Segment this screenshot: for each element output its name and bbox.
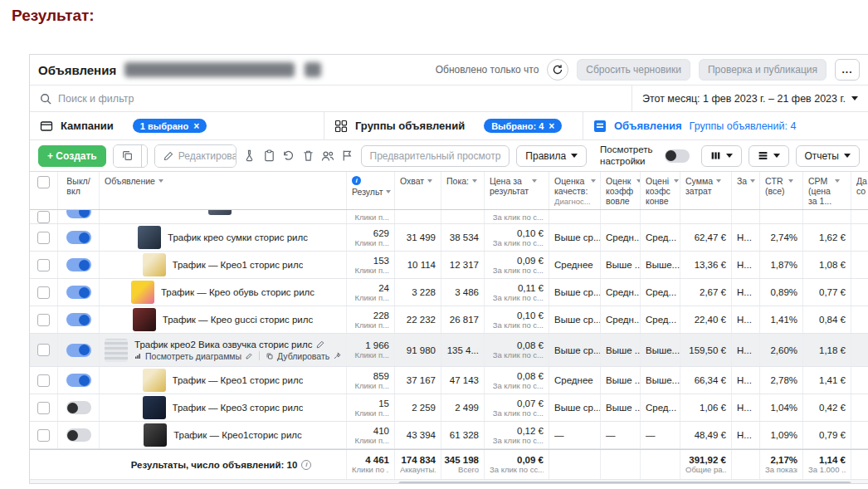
quality-cell: Среднее	[549, 367, 601, 394]
row-toggle[interactable]	[66, 258, 91, 271]
adsets-selected-badge[interactable]: Выбрано: 4 ×	[484, 119, 562, 133]
pencil-icon[interactable]	[246, 352, 252, 360]
table-row[interactable]: Трафик — Крео gucci сторис рилс 228Клики…	[30, 306, 868, 334]
header-last[interactable]: Да со	[851, 172, 868, 209]
badge-text: 1 выбрано	[140, 121, 188, 131]
header-quality-ranking[interactable]: Оценка качеств:Диагнос...	[549, 172, 601, 209]
header-engagement-ranking[interactable]: Оценк коэфф вовлеДиагн...	[601, 172, 641, 209]
ad-name: Трафик — Крео1 сторис рилс	[173, 260, 304, 270]
tab-ads-suffix: Группы объявлений: 4	[690, 120, 797, 132]
row-toggle-cell	[58, 224, 100, 251]
breakdown-icon	[758, 150, 768, 161]
delete-button[interactable]	[301, 146, 315, 166]
tab-adsets[interactable]: Группы объявлений Выбрано: 4 ×	[324, 112, 583, 139]
close-icon[interactable]: ×	[549, 121, 554, 131]
tab-campaigns[interactable]: Кампании 1 выбрано ×	[30, 112, 324, 139]
scrollbar-thumb[interactable]	[398, 482, 851, 483]
row-toggle[interactable]	[66, 401, 91, 414]
row-toggle[interactable]	[66, 210, 91, 218]
select-all-checkbox[interactable]	[37, 176, 50, 188]
last-cell	[851, 279, 868, 306]
duplicate-options-button[interactable]	[141, 145, 148, 167]
close-icon[interactable]: ×	[193, 121, 199, 131]
row-toggle[interactable]	[66, 231, 91, 244]
table-row[interactable]: Трафик крео сумки сторис рилс 629Клики п…	[30, 224, 868, 252]
edit-pencil-icon[interactable]	[316, 340, 324, 349]
header-cost-per-result[interactable]: Цена за результат	[485, 172, 549, 209]
row-toggle[interactable]	[66, 344, 91, 357]
row-checkbox[interactable]	[37, 314, 50, 326]
row-toggle[interactable]	[66, 286, 91, 299]
table-row[interactable]: Трафик — Крео1 сторис рилс 859Клики п...…	[30, 367, 868, 394]
header-amount-spent[interactable]: Сумма затрат	[680, 172, 732, 209]
undo-button[interactable]	[282, 146, 295, 166]
search-input[interactable]	[58, 93, 407, 105]
cpm-cell	[803, 210, 851, 223]
pin-icon[interactable]	[334, 351, 341, 360]
clipboard-button[interactable]	[262, 146, 276, 166]
row-checkbox[interactable]	[37, 286, 50, 299]
table-row[interactable]: Клики п... За клик по с...	[30, 210, 868, 224]
header-impressions[interactable]: Пока:	[441, 172, 485, 209]
table-row[interactable]: Трафик — Крео3 сторис рилс 15Клики п... …	[30, 394, 868, 422]
ad-name-cell: Трафик — Крео1сторис рилс	[100, 422, 347, 448]
row-checkbox[interactable]	[37, 259, 50, 271]
rules-button[interactable]: Правила	[516, 145, 587, 167]
row-checkbox[interactable]	[37, 211, 50, 223]
footer-result: 4 461Клики по ...	[347, 450, 395, 479]
discard-drafts-button[interactable]: Сбросить черновики	[577, 59, 690, 81]
horizontal-scrollbar[interactable]	[30, 479, 868, 483]
table-body: Клики п... За клик по с... Трафик крео с…	[30, 210, 868, 449]
campaigns-selected-badge[interactable]: 1 выбрано ×	[133, 119, 207, 133]
ad-thumbnail	[105, 339, 128, 362]
assign-button[interactable]	[321, 146, 334, 166]
breakdown-button[interactable]	[749, 145, 789, 167]
last-cell	[851, 394, 868, 421]
ad-thumbnail	[143, 253, 166, 276]
review-publish-button[interactable]: Проверка и публикация	[699, 59, 827, 81]
ad-name-cell: Трафик — Крео обувь сторис рилс	[100, 279, 347, 306]
info-icon	[352, 176, 361, 185]
row-checkbox[interactable]	[37, 344, 50, 356]
date-range-selector[interactable]: Этот месяц: 1 фев 2023 г. – 21 фев 2023 …	[631, 86, 858, 111]
more-button[interactable]: ...	[835, 59, 860, 81]
reports-button[interactable]: Отчеты	[796, 145, 860, 167]
row-toggle[interactable]	[66, 313, 91, 326]
edit-button[interactable]: Редактировать	[155, 145, 237, 167]
duplicate-button[interactable]	[114, 145, 141, 167]
chart-bars-icon	[134, 352, 141, 360]
table-row[interactable]: Трафик — Крео1сторис рилс 410Клики п... …	[30, 422, 868, 449]
row-checkbox[interactable]	[37, 232, 50, 244]
table-row[interactable]: Трафик — Крео обувь сторис рилс 24Клики …	[30, 279, 868, 306]
header-name[interactable]: Объявление	[100, 172, 347, 209]
tab-ads[interactable]: Объявления Группы объявлений: 4	[583, 112, 868, 139]
header-conversion-ranking[interactable]: Оцені коэфс конвеДиаг...	[641, 172, 680, 209]
table-row[interactable]: Трафик — Крео1 сторис рилс 153Клики п...…	[30, 252, 868, 279]
ad-thumbnail	[131, 281, 154, 304]
header-reach[interactable]: Охват	[395, 172, 441, 209]
table-row[interactable]: Трафик крео2 Вика озвучка сторис рилс По…	[30, 334, 868, 367]
header-za[interactable]: За	[732, 172, 760, 209]
row-checkbox[interactable]	[37, 374, 50, 387]
engagement-cell: Средн...	[601, 224, 641, 251]
flag-button[interactable]	[341, 146, 354, 166]
view-charts-link[interactable]: Посмотреть диаграммы	[145, 351, 241, 361]
create-button[interactable]: + Создать	[38, 145, 106, 167]
header-result[interactable]: Результ	[347, 172, 395, 209]
ab-test-button[interactable]	[243, 146, 256, 166]
row-checkbox[interactable]	[37, 402, 50, 414]
header-ctr[interactable]: CTR (все)	[760, 172, 803, 209]
view-settings-button[interactable]: Посмотреть настройки	[600, 144, 652, 168]
row-toggle[interactable]	[66, 428, 91, 442]
row-toggle[interactable]	[66, 374, 91, 387]
duplicate-link[interactable]: Дублировать	[277, 351, 329, 361]
preview-button[interactable]: Предварительный просмотр	[361, 145, 510, 167]
master-toggle[interactable]	[665, 149, 690, 163]
impressions-cell: 38 534	[441, 224, 485, 251]
refresh-button[interactable]	[547, 59, 568, 81]
header-cpm[interactable]: CPM (цена за 1...	[803, 172, 851, 209]
row-checkbox-cell	[30, 367, 58, 394]
amount-spent-cell: 66,34 €	[680, 367, 732, 394]
row-checkbox[interactable]	[37, 429, 50, 442]
columns-button[interactable]	[701, 145, 742, 167]
